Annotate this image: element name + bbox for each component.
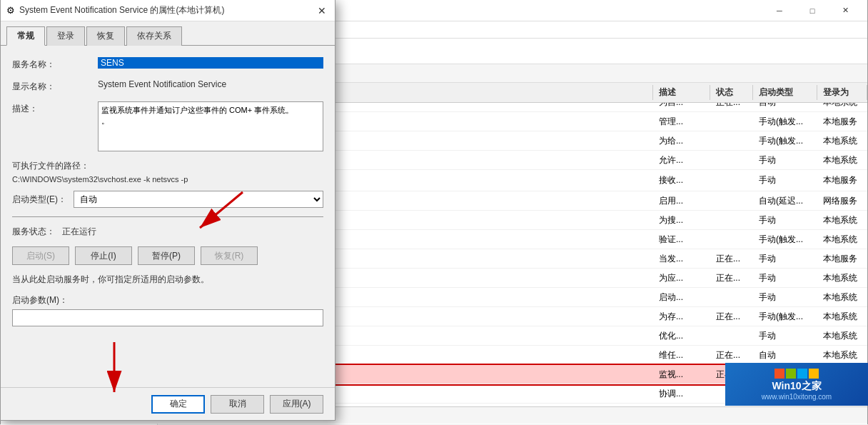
params-section: 启动参数(M)：	[12, 294, 323, 326]
service-login-cell: 本地服务	[817, 249, 867, 268]
service-desc-cell: 为搜...	[653, 211, 710, 229]
col-status[interactable]: 状态	[710, 85, 753, 100]
close-button[interactable]: ✕	[829, 0, 862, 21]
dialog-icon: ⚙	[6, 5, 15, 16]
dialog-tabs: 常规 登录 恢复 依存关系	[1, 21, 335, 46]
desc-textarea[interactable]: 监视系统事件并通知订户这些事件的 COM+ 事件系统。 。	[98, 101, 323, 151]
service-startup-cell: 手动	[753, 170, 817, 191]
service-status-cell	[710, 170, 753, 191]
win-square-red	[774, 369, 784, 379]
service-status-cell: 正在...	[710, 307, 753, 326]
service-desc-cell: 启用...	[653, 191, 710, 210]
service-startup-cell: 手动	[753, 151, 817, 169]
service-login-cell: 本地系统	[817, 211, 867, 229]
minimize-button[interactable]: ─	[763, 0, 796, 21]
service-desc-cell: 为给...	[653, 131, 710, 150]
dialog-titlebar: ⚙ System Event Notification Service 的属性(…	[1, 0, 335, 21]
params-label: 启动参数(M)：	[12, 294, 323, 306]
tab-general[interactable]: 常规	[6, 26, 45, 46]
service-login-cell: 本地系统	[817, 131, 867, 150]
start-button[interactable]: 启动(S)	[12, 246, 69, 265]
service-startup-cell: 自动	[753, 103, 817, 111]
watermark-logo	[774, 369, 819, 379]
ok-button[interactable]: 确定	[151, 395, 205, 414]
service-status-cell	[710, 230, 753, 249]
stop-button[interactable]: 停止(I)	[75, 246, 132, 265]
desc-row: 描述： 监视系统事件并通知订户这些事件的 COM+ 事件系统。 。	[12, 101, 323, 151]
display-name-label: 显示名称：	[12, 79, 91, 93]
service-startup-cell: 手动(触发...	[753, 131, 817, 150]
service-login-cell: 本地系统	[817, 288, 867, 306]
service-login-cell: 本地系统	[817, 307, 867, 326]
service-login-cell: 本地服务	[817, 112, 867, 131]
service-desc-cell: 启动...	[653, 288, 710, 306]
service-status-cell	[710, 288, 753, 306]
resume-button[interactable]: 恢复(R)	[201, 246, 258, 265]
service-status-row: 服务状态： 正在运行	[12, 226, 323, 238]
path-section: 可执行文件的路径： C:\WINDOWS\system32\svchost.ex…	[12, 160, 323, 184]
service-status-cell	[710, 211, 753, 229]
apply-button[interactable]: 应用(A)	[270, 395, 323, 414]
service-login-cell: 本地系统	[817, 269, 867, 287]
service-startup-cell: 自动	[753, 346, 817, 364]
service-startup-cell: 自动(延迟...	[753, 191, 817, 210]
maximize-button[interactable]: □	[796, 0, 829, 21]
service-startup-cell: 手动	[753, 211, 817, 229]
service-desc-cell: 为存...	[653, 307, 710, 326]
startup-type-label: 启动类型(E)：	[12, 194, 66, 206]
params-input[interactable]	[12, 309, 323, 326]
service-startup-cell: 手动(触发...	[753, 307, 817, 326]
service-login-cell: 本地系统	[817, 346, 867, 364]
service-status-cell	[710, 112, 753, 131]
service-desc-cell: 优化...	[653, 326, 710, 345]
service-login-cell: 本地系统	[817, 230, 867, 249]
service-login-cell: 网络服务	[817, 191, 867, 210]
service-desc-cell: 管理...	[653, 112, 710, 131]
dialog-close-button[interactable]: ✕	[315, 4, 329, 18]
tab-login[interactable]: 登录	[46, 26, 85, 46]
display-name-row: 显示名称： System Event Notification Service	[12, 79, 323, 93]
watermark: Win10之家 www.win10xitong.com	[725, 363, 868, 406]
desc-field-label: 描述：	[12, 101, 91, 115]
col-login[interactable]: 登录为	[817, 85, 867, 100]
win-square-blue	[797, 369, 807, 379]
col-startup[interactable]: 启动类型	[753, 85, 817, 100]
service-name-label: 服务名称：	[12, 57, 91, 71]
service-status-cell: 正在...	[710, 269, 753, 287]
watermark-url: www.win10xitong.com	[762, 393, 832, 401]
service-startup-cell: 手动	[753, 326, 817, 345]
service-desc-cell: 允许...	[653, 151, 710, 169]
display-name-value: System Event Notification Service	[98, 79, 323, 89]
service-desc-cell: 维任...	[653, 346, 710, 364]
service-desc-cell: 验证...	[653, 230, 710, 249]
window-controls: ─ □ ✕	[763, 0, 862, 21]
win-square-yellow	[809, 369, 819, 379]
path-value: C:\WINDOWS\system32\svchost.exe -k netsv…	[12, 175, 323, 184]
win-square-green	[786, 369, 796, 379]
watermark-text: Win10之家	[772, 380, 821, 393]
tab-dependencies[interactable]: 依存关系	[126, 26, 182, 46]
service-desc-cell: 协调...	[653, 384, 710, 403]
cancel-button[interactable]: 取消	[211, 395, 264, 414]
service-status-cell	[710, 151, 753, 169]
service-status-label: 服务状态：	[12, 226, 55, 238]
divider-1	[12, 216, 323, 217]
dialog-content: 服务名称： SENS 显示名称： System Event Notificati…	[1, 46, 335, 338]
pause-button[interactable]: 暂停(P)	[138, 246, 195, 265]
startup-type-select[interactable]: 自动 手动 禁用 自动(延迟启动)	[74, 191, 323, 208]
tab-recover[interactable]: 恢复	[86, 26, 125, 46]
service-status-cell: 正在...	[710, 249, 753, 268]
col-desc[interactable]: 描述	[653, 85, 710, 100]
service-desc-cell: 当发...	[653, 249, 710, 268]
service-login-cell: 本地系统	[817, 103, 867, 111]
dialog-title: System Event Notification Service 的属性(本地…	[19, 4, 224, 16]
service-login-cell: 本地服务	[817, 170, 867, 191]
service-startup-cell: 手动	[753, 288, 817, 306]
service-desc-cell: 为应...	[653, 269, 710, 287]
service-status-cell	[710, 326, 753, 345]
dialog-footer: 确定 取消 应用(A)	[1, 387, 335, 420]
properties-dialog: ⚙ System Event Notification Service 的属性(…	[0, 0, 335, 421]
service-status-cell: 正在...	[710, 346, 753, 364]
service-startup-cell: 手动	[753, 249, 817, 268]
service-status-cell: 正在...	[710, 103, 753, 111]
